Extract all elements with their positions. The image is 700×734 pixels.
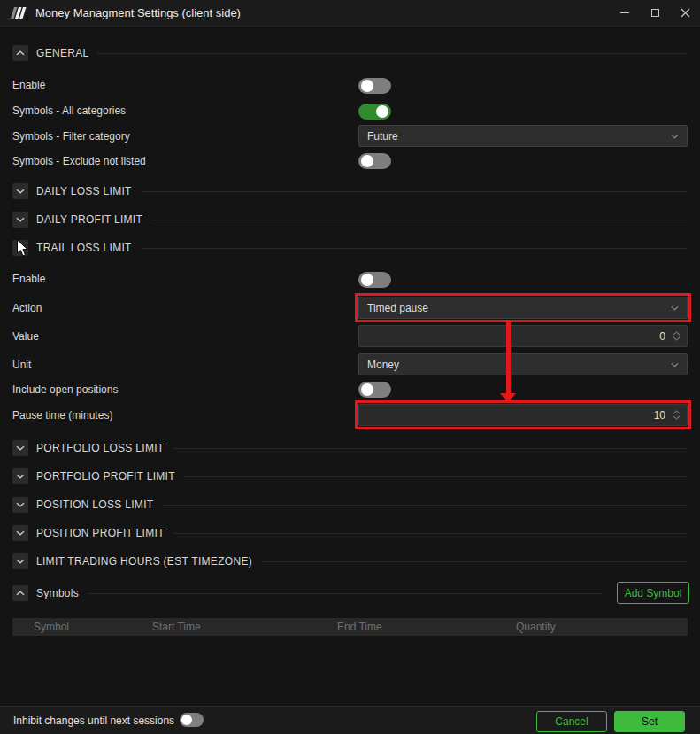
chevron-down-icon [16,530,25,536]
section-rule [88,593,603,594]
section-rule [162,505,688,506]
section-label-daily-loss-limit: DAILY LOSS LIMIT [36,185,132,197]
chevron-down-icon [16,502,25,507]
section-label-portfolio-loss-limit: PORTFOLIO LOSS LIMIT [36,442,164,454]
toggle-knob [361,274,373,286]
cancel-button[interactable]: Cancel [536,711,607,732]
close-button[interactable] [670,0,700,26]
filter-category-dropdown[interactable]: Future [358,125,688,147]
value-number: 0 [659,330,665,343]
chevron-down-icon [671,362,679,367]
chevron-down-icon [16,474,25,479]
general-collapse-button[interactable] [12,45,28,61]
trading-hours-collapse-button[interactable] [12,553,28,569]
filter-category-label: Symbols - Filter category [12,130,130,143]
window-title: Money Managment Settings (client side) [35,6,241,19]
action-value: Timed pause [367,302,671,314]
section-header-portfolio-profit-limit: PORTFOLIO PROFIT LIMIT [12,468,688,484]
exclude-not-listed-toggle[interactable] [358,153,391,169]
unit-value: Money [367,359,671,371]
section-rule [141,191,688,192]
value-input[interactable]: 0 [358,325,688,347]
maximize-button[interactable] [640,0,670,26]
maximize-icon [651,9,659,17]
section-label-position-profit-limit: POSITION PROFIT LIMIT [36,527,165,539]
set-button[interactable]: Set [614,711,685,732]
minimize-button[interactable] [610,0,640,26]
value-label: Value [12,330,39,343]
chevron-down-icon [16,217,25,222]
symbols-collapse-button[interactable] [12,585,28,601]
pause-time-spinner[interactable] [673,410,681,420]
section-header-symbols: Symbols [12,585,603,601]
value-spinner[interactable] [673,331,681,341]
section-header-daily-loss-limit: DAILY LOSS LIMIT [12,183,688,199]
spinner-up-icon [673,331,681,336]
close-icon [681,8,690,18]
section-rule [173,533,688,534]
app-logo-icon [11,6,27,19]
chevron-up-icon [16,50,25,56]
chevron-down-icon [16,189,25,194]
portfolio-loss-collapse-button[interactable] [12,440,28,456]
chevron-down-icon [671,134,679,139]
titlebar: Money Managment Settings (client side) [0,0,700,27]
annotation-arrow-head-icon [500,393,516,403]
section-header-trail-loss-limit: TRAIL LOSS LIMIT [12,240,688,256]
position-loss-collapse-button[interactable] [12,497,28,513]
chevron-down-icon [671,305,679,311]
toggle-knob [181,715,192,725]
enable-toggle[interactable] [358,78,391,94]
unit-label: Unit [12,359,31,371]
pause-time-input[interactable]: 10 [358,404,688,426]
pause-time-label: Pause time (minutes) [12,409,112,421]
daily-profit-collapse-button[interactable] [12,212,28,228]
chevron-down-icon [16,245,25,251]
column-header-quantity: Quantity [516,621,556,633]
chevron-down-icon [16,445,25,451]
unit-dropdown[interactable]: Money [358,353,688,375]
position-profit-collapse-button[interactable] [12,525,28,541]
toggle-knob [376,105,388,118]
include-open-positions-toggle[interactable] [358,382,391,398]
chevron-down-icon [16,559,25,564]
section-rule [173,448,688,449]
toggle-knob [361,155,373,167]
section-rule [184,476,688,477]
action-label: Action [12,302,42,314]
section-label-trail-loss-limit: TRAIL LOSS LIMIT [36,242,132,254]
chevron-up-icon [16,591,25,596]
column-header-symbol: Symbol [34,621,69,633]
exclude-not-listed-label: Symbols - Exclude not listed [12,155,146,167]
action-dropdown[interactable]: Timed pause [358,297,688,319]
trail-enable-label: Enable [12,273,45,285]
inhibit-changes-toggle[interactable] [180,713,204,727]
section-rule [261,561,688,562]
daily-loss-collapse-button[interactable] [12,183,28,199]
minimize-icon [620,12,629,13]
column-header-start-time: Start Time [152,621,201,633]
toggle-knob [361,80,373,92]
spinner-up-icon [673,410,681,414]
footer-bar: Inhibit changes until next sessions Canc… [0,706,700,734]
section-rule [97,53,688,54]
all-categories-toggle[interactable] [358,104,391,120]
section-label-daily-profit-limit: DAILY PROFIT LIMIT [36,213,142,226]
section-label-symbols: Symbols [36,587,79,599]
column-header-end-time: End Time [337,621,382,633]
section-header-limit-trading-hours: LIMIT TRADING HOURS (EST TIMEZONE) [12,553,688,569]
inhibit-changes-label: Inhibit changes until next sessions [13,715,174,727]
add-symbol-button[interactable]: Add Symbol [617,582,689,604]
filter-category-value: Future [367,130,671,143]
money-management-settings-window: Money Managment Settings (client side) G… [0,0,700,734]
section-rule [151,220,688,220]
trail-enable-toggle[interactable] [358,272,391,288]
pause-time-number: 10 [654,409,665,421]
section-header-portfolio-loss-limit: PORTFOLIO LOSS LIMIT [12,440,688,456]
window-controls [610,0,700,26]
spinner-down-icon [673,336,681,341]
section-header-daily-profit-limit: DAILY PROFIT LIMIT [12,212,688,228]
section-label-position-loss-limit: POSITION LOSS LIMIT [36,498,153,511]
trail-loss-collapse-button[interactable] [12,240,28,256]
portfolio-profit-collapse-button[interactable] [12,468,28,484]
